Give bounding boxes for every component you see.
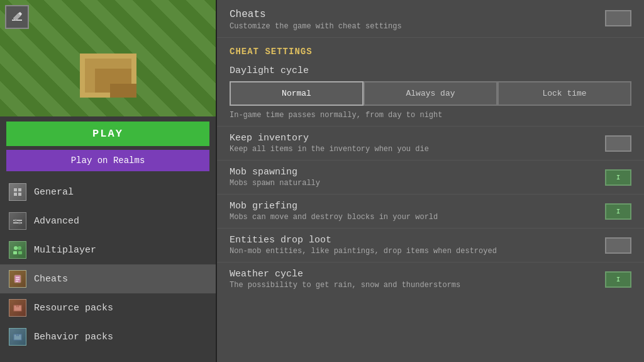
general-icon — [9, 183, 26, 201]
mob-griefing-info: Mob griefing Mobs can move and destroy b… — [230, 201, 605, 222]
sidebar-item-general[interactable]: General — [0, 178, 216, 206]
pencil-icon — [11, 11, 23, 23]
keep-inventory-info: Keep inventory Keep all items in the inv… — [230, 133, 605, 154]
maze-inner1 — [85, 59, 131, 93]
keep-inventory-name: Keep inventory — [230, 133, 605, 144]
behavior-packs-label: Behavior packs — [34, 332, 113, 342]
main-panel: Cheats Customize the game with cheat set… — [217, 0, 644, 362]
behavior-packs-icon — [9, 328, 26, 346]
multiplayer-label: Multiplayer — [34, 245, 96, 256]
svg-rect-14 — [18, 251, 22, 254]
entities-drop-loot-info: Entities drop loot Non-mob entities, lik… — [230, 235, 605, 256]
svg-rect-4 — [18, 188, 21, 191]
daylight-note: In-game time passes normally, from day t… — [230, 111, 631, 120]
cheats-header: Cheats Customize the game with cheat set… — [217, 0, 644, 38]
svg-rect-5 — [14, 193, 17, 196]
world-preview — [0, 0, 216, 116]
keep-inventory-row: Keep inventory Keep all items in the inv… — [217, 126, 644, 160]
mob-spawning-name: Mob spawning — [230, 167, 605, 178]
advanced-icon — [9, 212, 26, 230]
daylight-lock-time-button[interactable]: Lock time — [497, 81, 631, 106]
svg-rect-18 — [16, 281, 18, 282]
cheats-title: Cheats — [230, 9, 631, 20]
daylight-cycle-label: Daylight cycle — [230, 65, 631, 76]
weather-cycle-info: Weather cycle The possibility to get rai… — [230, 269, 605, 290]
maze-outer — [80, 54, 136, 98]
general-label: General — [34, 187, 74, 198]
svg-point-10 — [18, 222, 21, 224]
mob-spawning-toggle[interactable]: I — [605, 169, 631, 186]
cheats-master-toggle[interactable] — [605, 10, 631, 26]
entities-drop-loot-desc: Non-mob entities, like paintings, drop i… — [230, 247, 605, 256]
weather-cycle-desc: The possibility to get rain, snow and th… — [230, 281, 605, 290]
advanced-label: Advanced — [34, 216, 79, 227]
keep-inventory-toggle[interactable] — [605, 135, 631, 152]
daylight-always-day-button[interactable]: Always day — [364, 81, 497, 106]
entities-drop-loot-toggle[interactable] — [605, 237, 631, 254]
nav-menu: General Advanced — [0, 178, 216, 362]
cheat-settings-header: CHEAT SETTINGS — [217, 38, 644, 62]
mob-griefing-name: Mob griefing — [230, 201, 605, 212]
sidebar-item-cheats[interactable]: Cheats — [0, 264, 216, 293]
keep-inventory-desc: Keep all items in the inventory when you… — [230, 145, 605, 154]
weather-cycle-toggle[interactable]: I — [605, 271, 631, 288]
svg-rect-3 — [14, 188, 17, 191]
daylight-normal-button[interactable]: Normal — [230, 81, 364, 106]
resource-packs-label: Resource packs — [34, 303, 113, 314]
weather-cycle-name: Weather cycle — [230, 269, 605, 280]
svg-rect-16 — [16, 277, 19, 278]
play-button[interactable]: PLAY — [6, 122, 209, 146]
sidebar-item-behavior-packs[interactable]: Behavior packs — [0, 322, 216, 351]
svg-point-11 — [14, 246, 18, 250]
mob-spawning-row: Mob spawning Mobs spawn naturally I — [217, 160, 644, 194]
mob-griefing-toggle[interactable]: I — [605, 203, 631, 220]
svg-rect-13 — [13, 251, 17, 254]
svg-point-12 — [18, 246, 21, 250]
daylight-cycle-buttons: Normal Always day Lock time — [230, 81, 631, 106]
multiplayer-icon — [9, 241, 26, 259]
mob-spawning-info: Mob spawning Mobs spawn naturally — [230, 167, 605, 188]
edit-world-icon[interactable] — [5, 5, 29, 29]
svg-point-9 — [14, 219, 17, 222]
daylight-cycle-section: Daylight cycle Normal Always day Lock ti… — [217, 62, 644, 126]
cheats-description: Customize the game with cheat settings — [230, 22, 631, 31]
svg-rect-6 — [18, 193, 21, 196]
mob-griefing-desc: Mobs can move and destroy blocks in your… — [230, 213, 605, 222]
svg-rect-17 — [16, 279, 19, 280]
world-structure — [80, 54, 136, 98]
mob-spawning-desc: Mobs spawn naturally — [230, 179, 605, 188]
sidebar: PLAY Play on Realms General — [0, 0, 217, 362]
weather-cycle-row: Weather cycle The possibility to get rai… — [217, 262, 644, 296]
sidebar-item-resource-packs[interactable]: Resource packs — [0, 293, 216, 322]
mob-griefing-row: Mob griefing Mobs can move and destroy b… — [217, 194, 644, 228]
entities-drop-loot-row: Entities drop loot Non-mob entities, lik… — [217, 228, 644, 262]
play-realms-button[interactable]: Play on Realms — [6, 150, 209, 171]
cheats-label: Cheats — [34, 274, 68, 285]
cheats-icon — [9, 270, 26, 288]
sidebar-item-advanced[interactable]: Advanced — [0, 206, 216, 235]
entities-drop-loot-name: Entities drop loot — [230, 235, 605, 246]
maze-inner3 — [110, 84, 136, 98]
sidebar-item-multiplayer[interactable]: Multiplayer — [0, 235, 216, 264]
maze-inner2 — [95, 69, 131, 93]
resource-packs-icon — [9, 299, 26, 317]
